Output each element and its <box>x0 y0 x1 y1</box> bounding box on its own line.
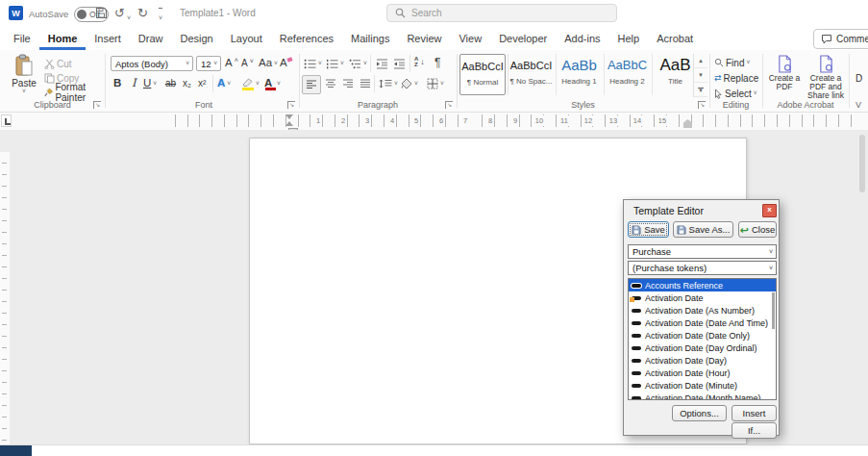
font-dialog-launcher[interactable]: ↘ <box>287 101 295 109</box>
style-title[interactable]: AaB Title <box>652 54 698 95</box>
tab-insert[interactable]: Insert <box>86 27 130 50</box>
text-effects-button[interactable]: A˅ <box>217 76 231 91</box>
format-painter-button[interactable]: Format Painter <box>44 85 105 100</box>
justify-button[interactable] <box>360 76 371 91</box>
sort-button[interactable]: AZ ↓ <box>414 54 425 69</box>
close-dialog-button[interactable]: ↩ Close <box>738 221 777 238</box>
style-no-spacing[interactable]: AaBbCcI ¶ No Spac... <box>508 54 554 95</box>
token-item[interactable]: Activation Date (Month Name) <box>629 392 776 400</box>
tab-mailings[interactable]: Mailings <box>342 27 398 50</box>
tab-home[interactable]: Home <box>39 27 87 50</box>
tab-draw[interactable]: Draw <box>130 27 172 50</box>
cut-button[interactable]: Cut <box>44 56 72 71</box>
search-input[interactable]: Search <box>386 4 617 22</box>
paragraph-dialog-launcher[interactable]: ↘ <box>445 101 453 109</box>
dialog-close-button[interactable]: x <box>762 204 777 217</box>
token-item[interactable]: Activation Date (Day) <box>629 354 776 367</box>
find-chevron-icon: ˅ <box>746 60 750 66</box>
increase-indent-button[interactable] <box>393 56 406 71</box>
bold-button[interactable]: B <box>113 76 121 91</box>
save-icon[interactable] <box>95 7 108 19</box>
style-heading-1[interactable]: AaBb Heading 1 <box>556 54 602 95</box>
italic-button[interactable]: I <box>132 76 136 91</box>
numbering-button[interactable]: ˅ <box>326 56 344 71</box>
tab-add-ins[interactable]: Add-ins <box>556 27 608 50</box>
tab-view[interactable]: View <box>450 27 490 50</box>
token-item[interactable]: Activation Date <box>629 291 776 304</box>
shrink-font-button[interactable]: A˅ <box>241 56 254 71</box>
template-select[interactable]: Purchase ˅ <box>628 244 777 259</box>
tab-design[interactable]: Design <box>171 27 221 50</box>
token-listbox[interactable]: Accounts Reference Activation Date Activ… <box>628 278 777 400</box>
save-as-button[interactable]: Save As... <box>673 221 733 238</box>
bullets-button[interactable]: ˅ <box>304 56 322 71</box>
scrollbar-thumb[interactable] <box>859 135 865 192</box>
token-item[interactable]: Activation Date (Day Ordinal) <box>629 342 776 354</box>
token-item[interactable]: Activation Date (Minute) <box>629 379 776 392</box>
font-size-combo[interactable]: 12 ˅ <box>196 56 221 71</box>
tab-developer[interactable]: Developer <box>490 27 556 50</box>
tab-layout[interactable]: Layout <box>222 27 271 50</box>
tab-selector-button[interactable] <box>1 114 12 127</box>
create-pdf-button[interactable]: Create a PDF <box>765 53 804 99</box>
token-item[interactable]: Activation Date (As Number) <box>629 304 776 317</box>
borders-button[interactable]: ˅ <box>427 76 444 91</box>
token-item-selected[interactable]: Accounts Reference <box>629 279 776 291</box>
align-right-button[interactable] <box>342 76 354 91</box>
grow-font-button[interactable]: A˄ <box>225 56 238 71</box>
create-pdf-share-button[interactable]: Create a PDF and Share link <box>806 53 846 99</box>
clipboard-dialog-launcher[interactable]: ↘ <box>93 101 101 109</box>
styles-scroll-down-button[interactable]: ▼ <box>693 68 707 83</box>
find-button[interactable]: Find ˅ <box>714 55 750 70</box>
strikethrough-button[interactable]: ab <box>165 76 176 91</box>
dictate-button-partial[interactable]: D <box>856 73 862 84</box>
customize-toolbar-chevron-icon[interactable]: ˅ <box>159 8 162 26</box>
hanging-indent-marker[interactable] <box>285 121 293 126</box>
insert-button[interactable]: Insert <box>732 405 777 421</box>
tab-file[interactable]: File <box>5 27 39 50</box>
options-button[interactable]: Options... <box>672 405 727 421</box>
styles-more-button[interactable]: ▼ <box>693 83 707 97</box>
decrease-indent-button[interactable] <box>376 56 388 71</box>
shading-button[interactable]: ˅ <box>401 76 418 91</box>
style-heading-2[interactable]: AaBbC Heading 2 <box>604 54 650 95</box>
token-item[interactable]: Activation Date (Date Only) <box>629 329 776 342</box>
undo-button[interactable]: ↺ <box>114 5 125 21</box>
font-color-button[interactable]: A ˅ <box>264 76 281 91</box>
if-button[interactable]: If... <box>732 422 777 439</box>
tab-acrobat[interactable]: Acrobat <box>648 27 702 50</box>
show-hide-pilcrow-button[interactable]: ¶ <box>434 55 440 70</box>
save-template-button[interactable]: Save <box>628 221 669 238</box>
tab-help[interactable]: Help <box>609 27 649 50</box>
vertical-scrollbar[interactable] <box>859 132 866 440</box>
clear-formatting-button[interactable]: A <box>280 56 292 71</box>
change-case-button[interactable]: Aa˅ <box>259 56 278 71</box>
styles-dialog-launcher[interactable]: ↘ <box>698 101 706 109</box>
font-name-combo[interactable]: Aptos (Body) ˅ <box>111 56 193 71</box>
token-item[interactable]: Activation Date (Date And Time) <box>629 317 776 329</box>
styles-scroll-up-button[interactable]: ▲ <box>693 54 707 68</box>
token-group-select[interactable]: (Purchase tokens) ˅ <box>628 261 777 275</box>
multilevel-list-button[interactable]: ˅ <box>349 56 367 71</box>
redo-button[interactable]: ↻ <box>137 5 148 21</box>
select-button[interactable]: Select ˅ <box>714 86 757 101</box>
underline-button[interactable]: U˅ <box>143 76 157 91</box>
paste-button[interactable]: Paste ˅ <box>8 54 40 98</box>
comments-button[interactable]: Comments <box>813 29 868 49</box>
subscript-button[interactable]: x₂ <box>183 76 191 91</box>
token-item[interactable]: Activation Date (Hour) <box>629 367 776 379</box>
replace-button[interactable]: ⇄ Replace <box>714 70 758 86</box>
taskbar-word-icon-fragment[interactable] <box>0 445 32 456</box>
undo-chevron-icon[interactable]: ˅ <box>127 10 131 26</box>
align-center-button[interactable] <box>325 76 336 91</box>
tab-review[interactable]: Review <box>398 27 450 50</box>
highlight-button[interactable]: ˅ <box>241 76 257 91</box>
superscript-button[interactable]: x² <box>198 76 206 91</box>
align-left-button[interactable] <box>302 75 321 94</box>
tab-references[interactable]: References <box>271 27 342 50</box>
token-list-scrollbar-thumb[interactable] <box>772 292 775 329</box>
line-spacing-button[interactable]: ˅ <box>379 76 398 91</box>
replace-label: Replace <box>724 73 759 84</box>
first-line-indent-marker[interactable] <box>285 114 293 119</box>
style-normal[interactable]: AaBbCcI ¶ Normal <box>459 54 506 95</box>
